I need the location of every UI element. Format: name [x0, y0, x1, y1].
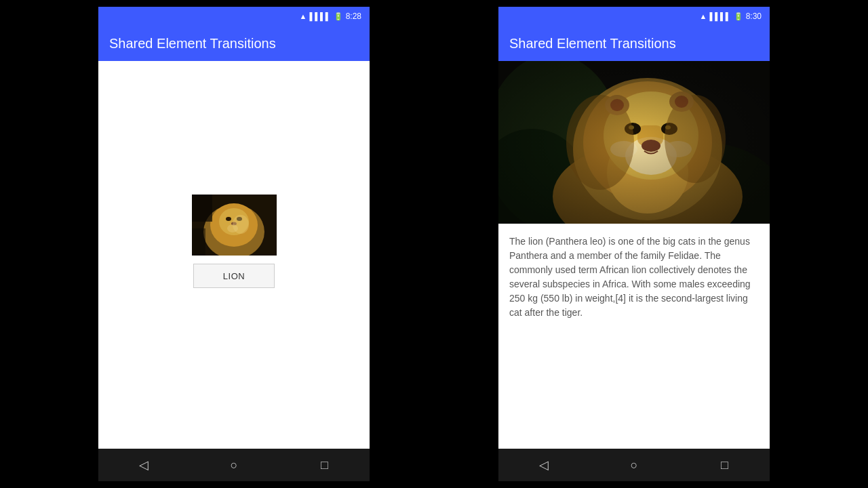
left-phone-wrap: ▲ ▌▌▌▌ 🔋 8:28 Shared Element Transitions — [34, 0, 434, 488]
right-phone-wrap: ▲ ▌▌▌▌ 🔋 8:30 Shared Element Transitions — [434, 0, 834, 488]
lion-description: The lion (Panthera leo) is one of the bi… — [498, 224, 770, 331]
svg-rect-7 — [192, 195, 212, 222]
svg-rect-8 — [192, 228, 205, 256]
right-app-bar: Shared Element Transitions — [498, 26, 770, 61]
left-back-button[interactable]: ◁ — [130, 451, 157, 479]
left-nav-bar: ◁ ○ □ — [98, 449, 370, 481]
left-content: LION — [98, 61, 370, 449]
left-app-bar-title: Shared Element Transitions — [109, 36, 276, 52]
right-status-bar: ▲ ▌▌▌▌ 🔋 8:30 — [498, 7, 770, 26]
phones-container: ▲ ▌▌▌▌ 🔋 8:28 Shared Element Transitions — [0, 0, 868, 488]
right-content: The lion (Panthera leo) is one of the bi… — [498, 61, 770, 449]
lion-thumbnail[interactable] — [192, 195, 277, 256]
phone1-main-content: LION — [192, 195, 277, 315]
battery-icon: 🔋 — [334, 12, 343, 21]
lion-thumbnail-image — [192, 195, 277, 256]
left-phone: ▲ ▌▌▌▌ 🔋 8:28 Shared Element Transitions — [98, 7, 370, 481]
left-status-icons: ▲ ▌▌▌▌ 🔋 8:28 — [300, 12, 361, 21]
left-time: 8:28 — [346, 12, 361, 21]
right-app-bar-title: Shared Element Transitions — [509, 36, 676, 52]
right-recents-button[interactable]: □ — [711, 451, 738, 479]
left-recents-button[interactable]: □ — [311, 451, 338, 479]
right-status-icons: ▲ ▌▌▌▌ 🔋 8:30 — [700, 12, 762, 21]
left-home-button[interactable]: ○ — [220, 451, 248, 479]
signal-icon: ▌▌▌▌ — [309, 12, 330, 20]
left-app-bar: Shared Element Transitions — [98, 26, 370, 61]
right-wifi-icon: ▲ — [700, 12, 707, 20]
right-phone: ▲ ▌▌▌▌ 🔋 8:30 Shared Element Transitions — [498, 7, 770, 481]
svg-point-4 — [226, 217, 231, 221]
right-home-button[interactable]: ○ — [620, 451, 648, 479]
wifi-icon: ▲ — [300, 12, 307, 20]
svg-point-10 — [227, 224, 238, 232]
left-status-bar: ▲ ▌▌▌▌ 🔋 8:28 — [98, 7, 370, 26]
phone2-main-content: The lion (Panthera leo) is one of the bi… — [498, 61, 770, 449]
right-nav-bar: ◁ ○ □ — [498, 449, 770, 481]
right-back-button[interactable]: ◁ — [530, 451, 557, 479]
svg-rect-35 — [498, 61, 770, 224]
lion-button[interactable]: LION — [193, 264, 275, 288]
right-battery-icon: 🔋 — [734, 12, 743, 21]
right-signal-icon: ▌▌▌▌ — [709, 12, 730, 20]
lion-hero-image — [498, 61, 770, 224]
lion-description-text: The lion (Panthera leo) is one of the bi… — [509, 235, 759, 320]
right-time: 8:30 — [746, 12, 762, 21]
